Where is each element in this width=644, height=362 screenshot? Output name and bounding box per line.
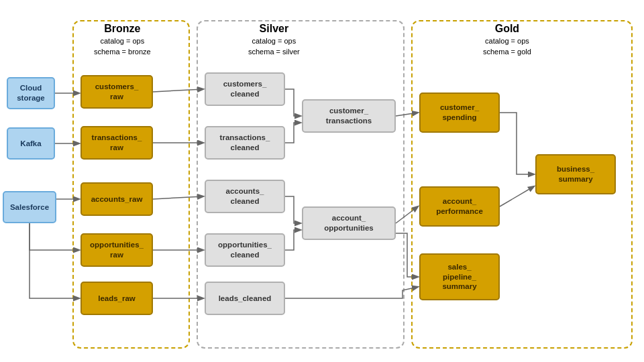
transactions-cleaned-node: transactions_cleaned <box>205 126 285 160</box>
accounts-cleaned-node: accounts_cleaned <box>205 180 285 213</box>
customer-transactions-node: customer_transactions <box>302 99 396 133</box>
business-summary-node: business_summary <box>535 154 616 194</box>
bronze-header: Bronze catalog = opsschema = bronze <box>94 21 151 57</box>
account-opportunities-node: account_opportunities <box>302 206 396 240</box>
bronze-title: Bronze <box>94 21 151 36</box>
cloud-storage-node: Cloudstorage <box>7 77 55 109</box>
leads-raw-node: leads_raw <box>80 282 153 315</box>
salesforce-node: Salesforce <box>3 191 56 223</box>
kafka-node: Kafka <box>7 127 55 160</box>
sales-pipeline-node: sales_pipeline_summary <box>419 253 500 300</box>
silver-header: Silver catalog = opsschema = silver <box>248 21 300 57</box>
silver-subtitle: catalog = opsschema = silver <box>248 36 300 57</box>
gold-title: Gold <box>483 21 531 36</box>
accounts-raw-node: accounts_raw <box>80 182 153 216</box>
diagram: Bronze catalog = opsschema = bronze Silv… <box>0 0 644 362</box>
leads-cleaned-node: leads_cleaned <box>205 282 285 315</box>
gold-header: Gold catalog = opsschema = gold <box>483 21 531 57</box>
bronze-subtitle: catalog = opsschema = bronze <box>94 36 151 57</box>
silver-title: Silver <box>248 21 300 36</box>
customer-spending-node: customer_spending <box>419 93 500 133</box>
opportunities-raw-node: opportunities_raw <box>80 233 153 267</box>
gold-subtitle: catalog = opsschema = gold <box>483 36 531 57</box>
customers-raw-node: customers_raw <box>80 75 153 109</box>
transactions-raw-node: transactions_raw <box>80 126 153 160</box>
account-performance-node: account_performance <box>419 186 500 227</box>
opportunities-cleaned-node: opportunities_cleaned <box>205 233 285 267</box>
customers-cleaned-node: customers_cleaned <box>205 72 285 106</box>
